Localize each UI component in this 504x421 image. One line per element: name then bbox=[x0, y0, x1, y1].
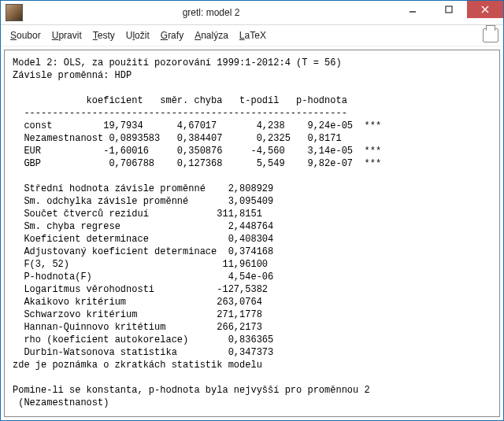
model-output: Model 2: OLS, za použití pozorování 1999… bbox=[4, 50, 500, 417]
app-window: gretl: model 2 Soubor Upravit Testy Ulož… bbox=[0, 0, 504, 421]
menu-soubor[interactable]: Soubor bbox=[6, 28, 46, 42]
close-button[interactable] bbox=[467, 1, 503, 18]
titlebar: gretl: model 2 bbox=[1, 1, 503, 25]
print-icon[interactable] bbox=[483, 28, 498, 42]
minimize-button[interactable] bbox=[395, 1, 431, 18]
output-text: Model 2: OLS, za použití pozorování 1999… bbox=[13, 57, 491, 409]
menu-grafy[interactable]: Grafy bbox=[156, 28, 188, 42]
window-title: gretl: model 2 bbox=[28, 7, 395, 18]
menu-testy[interactable]: Testy bbox=[88, 28, 120, 42]
maximize-button[interactable] bbox=[431, 1, 467, 18]
window-controls bbox=[395, 1, 503, 24]
menu-upravit[interactable]: Upravit bbox=[47, 28, 87, 42]
menu-latex[interactable]: LaTeX bbox=[235, 28, 271, 42]
menu-ulozit[interactable]: Uložit bbox=[121, 28, 154, 42]
menu-analyza[interactable]: Analýza bbox=[190, 28, 233, 42]
app-icon bbox=[6, 4, 23, 21]
svg-rect-1 bbox=[446, 6, 452, 13]
menubar: Soubor Upravit Testy Uložit Grafy Analýz… bbox=[1, 25, 503, 46]
